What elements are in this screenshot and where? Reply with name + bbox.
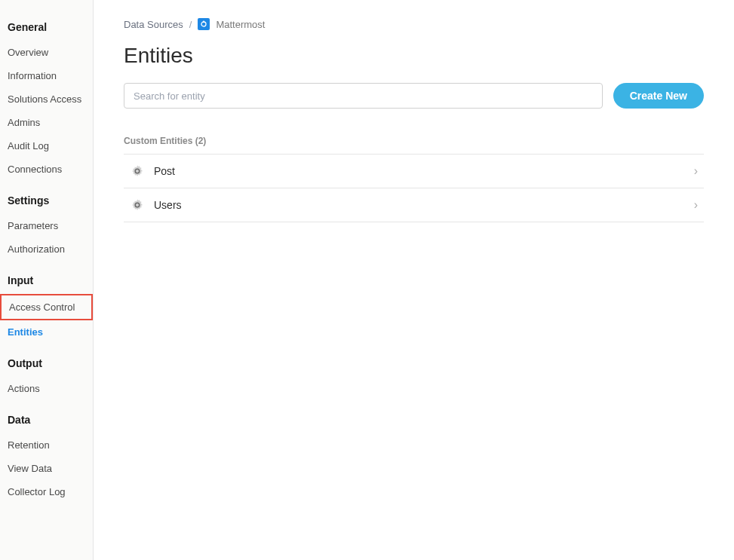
sidebar-header-settings: Settings	[0, 194, 93, 214]
breadcrumb-separator: /	[189, 19, 192, 30]
sidebar-item-parameters[interactable]: Parameters	[0, 214, 93, 237]
sidebar-item-solutions-access[interactable]: Solutions Access	[0, 87, 93, 111]
sidebar: General Overview Information Solutions A…	[0, 0, 94, 560]
search-row: Create New	[124, 83, 704, 109]
entity-name: Users	[154, 199, 694, 211]
sidebar-group-output: Output Actions	[0, 357, 93, 400]
sidebar-group-data: Data Retention View Data Collector Log	[0, 414, 93, 503]
sidebar-header-data: Data	[0, 414, 93, 433]
sidebar-item-information[interactable]: Information	[0, 64, 93, 87]
sidebar-item-audit-log[interactable]: Audit Log	[0, 134, 93, 158]
sidebar-item-admins[interactable]: Admins	[0, 111, 93, 134]
breadcrumb-root[interactable]: Data Sources	[124, 19, 183, 30]
sidebar-group-input: Input Access Control Entities	[0, 274, 93, 344]
sidebar-header-output: Output	[0, 357, 93, 377]
breadcrumb: Data Sources / Mattermost	[124, 18, 704, 30]
breadcrumb-current: Mattermost	[216, 19, 265, 30]
sidebar-item-connections[interactable]: Connections	[0, 158, 93, 181]
mattermost-icon	[198, 18, 210, 30]
sidebar-item-retention[interactable]: Retention	[0, 433, 93, 457]
entity-row-post[interactable]: Post ›	[124, 155, 704, 188]
sidebar-item-view-data[interactable]: View Data	[0, 457, 93, 480]
sidebar-group-general: General Overview Information Solutions A…	[0, 21, 93, 181]
create-new-button[interactable]: Create New	[613, 83, 704, 109]
chevron-right-icon: ›	[694, 164, 698, 178]
page-title: Entities	[124, 44, 704, 68]
sidebar-header-input: Input	[0, 274, 93, 294]
gear-icon	[130, 197, 145, 213]
entity-row-users[interactable]: Users ›	[124, 188, 704, 222]
main-content: Data Sources / Mattermost Entities Creat…	[94, 0, 734, 560]
sidebar-item-collector-log[interactable]: Collector Log	[0, 480, 93, 503]
entity-name: Post	[154, 165, 694, 177]
search-input[interactable]	[124, 83, 603, 109]
gear-icon	[130, 164, 145, 179]
entity-list: Post › Users ›	[124, 154, 704, 222]
custom-entities-label: Custom Entities (2)	[124, 136, 704, 146]
sidebar-item-access-control[interactable]: Access Control	[0, 294, 93, 320]
chevron-right-icon: ›	[694, 198, 698, 212]
sidebar-item-overview[interactable]: Overview	[0, 41, 93, 64]
sidebar-header-general: General	[0, 21, 93, 41]
sidebar-item-authorization[interactable]: Authorization	[0, 237, 93, 261]
sidebar-group-settings: Settings Parameters Authorization	[0, 194, 93, 261]
sidebar-item-actions[interactable]: Actions	[0, 377, 93, 400]
sidebar-item-entities[interactable]: Entities	[0, 320, 93, 344]
